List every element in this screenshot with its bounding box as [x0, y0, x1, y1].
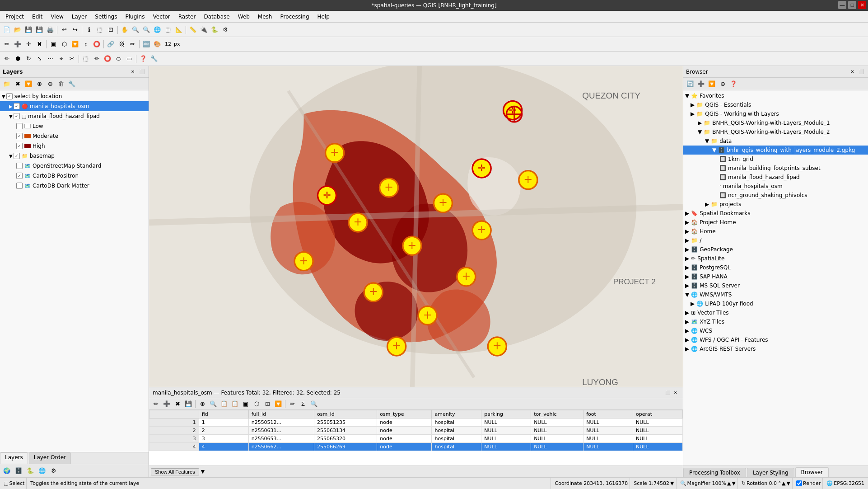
browser-item-geopackage[interactable]: ▶ 🗄️ GeoPackage: [683, 245, 868, 254]
browser-filter-button[interactable]: 🔽: [707, 79, 717, 89]
group-checkbox[interactable]: ✓: [6, 93, 13, 99]
browser-item-vector-tiles[interactable]: ▶ ⊞ Vector Tiles: [683, 308, 868, 317]
browser-item-ms-sql[interactable]: ▶ 🗄️ MS SQL Server: [683, 281, 868, 290]
tab-processing-toolbox[interactable]: Processing Toolbox: [683, 468, 746, 477]
save-as-button[interactable]: 💾: [34, 25, 44, 35]
menu-raster[interactable]: Raster: [175, 13, 200, 21]
node-tool-button[interactable]: ⬢: [13, 54, 23, 64]
status-magnifier-item[interactable]: 🔍 Magnifier 100% ▲ ▼: [678, 478, 738, 489]
zoom-out-button[interactable]: 🔍: [141, 25, 151, 35]
reshape-button[interactable]: ⌖: [56, 54, 66, 64]
zoom-in-button[interactable]: 🔍: [131, 25, 140, 35]
copy-row-button[interactable]: 📋: [219, 399, 229, 409]
layer-group-header[interactable]: ▼ ✓ select by location: [0, 91, 149, 101]
menu-edit[interactable]: Edit: [28, 13, 46, 21]
simplify-button[interactable]: ⋯: [45, 54, 55, 64]
browser-item-qgis-working-layers[interactable]: ▶ 📁 QGIS - Working with Layers: [683, 109, 868, 118]
layer-cartodb-positron[interactable]: ✓ 🗺️ CartoDB Positron: [0, 171, 149, 181]
edit-features-button[interactable]: ✏: [2, 39, 12, 49]
show-all-features-button[interactable]: Show All Features: [151, 468, 199, 475]
status-rotation-item[interactable]: ↻ Rotation 0.0 ° ▲ ▼: [740, 478, 793, 489]
delete-row-button[interactable]: ✖: [173, 399, 182, 409]
invert-selection-button[interactable]: ⬡: [59, 39, 69, 49]
flood-checkbox[interactable]: ✓: [14, 113, 20, 119]
browser-item-1km-grid[interactable]: 🔲 1km_grid: [683, 155, 868, 164]
menu-processing[interactable]: Processing: [276, 13, 313, 21]
menu-help[interactable]: Help: [314, 13, 333, 21]
layer-properties-button[interactable]: 🔧: [67, 79, 77, 89]
pan-to-row-button[interactable]: ⊕: [197, 399, 207, 409]
edit-table-button[interactable]: ✏: [151, 399, 161, 409]
close-button[interactable]: ✕: [858, 1, 866, 9]
add-group-button[interactable]: 📁: [2, 79, 12, 89]
menu-settings[interactable]: Settings: [91, 13, 121, 21]
browser-item-spatial-bookmarks[interactable]: ▶ 🔖 Spatial Bookmarks: [683, 209, 868, 218]
browser-item-wms-wmts[interactable]: ▼ 🌐 WMS/WMTS: [683, 290, 868, 299]
browser-item-sap-hana[interactable]: ▶ 🗄️ SAP HANA: [683, 272, 868, 281]
hospitals-checkbox[interactable]: ✓: [14, 103, 20, 109]
save-edits-button[interactable]: 💾: [183, 399, 193, 409]
locator-icon[interactable]: 🌍: [2, 466, 12, 476]
add-feature-button[interactable]: ➕: [13, 39, 23, 49]
render-checkbox[interactable]: [796, 480, 802, 486]
layer-manila-flood-hazard[interactable]: ▼ ✓ ⬚ manila_flood_hazard_lipad: [0, 111, 149, 121]
digitize-button[interactable]: ✏: [2, 54, 12, 64]
status-select-item[interactable]: ⬚ Select: [2, 478, 27, 489]
browser-item-wfs[interactable]: ▶ 🌐 WFS / OGC API - Features: [683, 335, 868, 344]
browser-item-wcs[interactable]: ▶ 🌐 WCS: [683, 326, 868, 335]
browser-item-postgresql[interactable]: ▶ 🗄️ PostgreSQL: [683, 263, 868, 272]
scale-button[interactable]: ⤡: [34, 54, 44, 64]
digitize-select-button[interactable]: ⬚: [81, 54, 91, 64]
browser-item-bnhr-module-2[interactable]: ▼ 📁 BNHR_QGIS-Working-with-Layers_Module…: [683, 127, 868, 136]
col-amenity[interactable]: amenity: [432, 410, 481, 418]
move-feature-button[interactable]: ✛: [23, 39, 33, 49]
flood-expand[interactable]: ▼: [9, 114, 13, 119]
layer-osm-standard[interactable]: 🗺️ OpenStreetMap Standard: [0, 161, 149, 171]
col-foot[interactable]: foot: [583, 410, 633, 418]
menu-vector[interactable]: Vector: [149, 13, 173, 21]
menu-view[interactable]: View: [47, 13, 67, 21]
browser-item-project-home[interactable]: ▶ 🏠 Project Home: [683, 218, 868, 227]
minimize-button[interactable]: —: [838, 1, 846, 9]
table-row[interactable]: 11n2550512...255051235nodehospitalNULLNU…: [149, 418, 683, 427]
rotate-button[interactable]: ↻: [23, 54, 33, 64]
col-rownum[interactable]: [149, 410, 199, 418]
browser-item-favorites[interactable]: ▼ ⭐ Favorites: [683, 91, 868, 100]
browser-help-button[interactable]: ❓: [728, 79, 738, 89]
undo-button[interactable]: ↩: [59, 25, 69, 35]
settings-icon[interactable]: ⚙: [49, 466, 59, 476]
status-epsg-item[interactable]: 🌐 EPSG:32651: [825, 478, 866, 489]
browser-item-flood-hazard-lipad[interactable]: 🔲 manila_flood_hazard_lipad: [683, 173, 868, 182]
zoom-to-row-button[interactable]: 🔍: [208, 399, 218, 409]
layer-cartodb-dark[interactable]: 🗺️ CartoDB Dark Matter: [0, 181, 149, 191]
maximize-button[interactable]: □: [848, 1, 856, 9]
pan-button[interactable]: ✋: [120, 25, 130, 35]
browser-item-lipad-flood[interactable]: ▶ 🌐 LiPAD 100yr flood: [683, 299, 868, 308]
zoom-selection-button[interactable]: ⬚: [163, 25, 173, 35]
layer-low[interactable]: Low: [0, 121, 149, 131]
browser-item-bnhr-module-1[interactable]: ▶ 📁 BNHR_QGIS-Working-with-Layers_Module…: [683, 118, 868, 127]
basemap-expand[interactable]: ▼: [9, 154, 13, 159]
tab-layer-order[interactable]: Layer Order: [29, 452, 71, 464]
cartodb-pos-checkbox[interactable]: ✓: [16, 173, 23, 179]
zoom-layer-button[interactable]: 📐: [174, 25, 184, 35]
measure-button[interactable]: 📏: [188, 25, 198, 35]
expression-button[interactable]: Σ: [298, 399, 308, 409]
cartodb-dark-checkbox[interactable]: [16, 183, 23, 189]
add-row-button[interactable]: ➕: [162, 399, 172, 409]
print-button[interactable]: 🖨️: [45, 25, 55, 35]
menu-plugins[interactable]: Plugins: [121, 13, 148, 21]
rectangle-button[interactable]: ▭: [124, 54, 134, 64]
layer-basemap[interactable]: ▼ ✓ 📁 basemap: [0, 151, 149, 161]
menu-project[interactable]: Project: [2, 13, 28, 21]
conditional-button[interactable]: 🔍: [309, 399, 319, 409]
high-checkbox[interactable]: ✓: [16, 143, 23, 149]
attr-table-scroll[interactable]: fid full_id osm_id osm_type amenity park…: [149, 410, 683, 465]
map-view[interactable]: + + + + + + + +: [149, 66, 683, 387]
col-osm-id[interactable]: osm_id: [314, 410, 377, 418]
browser-content[interactable]: ▼ ⭐ Favorites ▶ 📁 QGIS - Essentials ▶ 📁 …: [683, 90, 868, 465]
col-osm-type[interactable]: osm_type: [377, 410, 432, 418]
layer-moderate[interactable]: ✓ Moderate: [0, 131, 149, 141]
col-full-id[interactable]: full_id: [248, 410, 314, 418]
save-project-button[interactable]: 💾: [23, 25, 33, 35]
